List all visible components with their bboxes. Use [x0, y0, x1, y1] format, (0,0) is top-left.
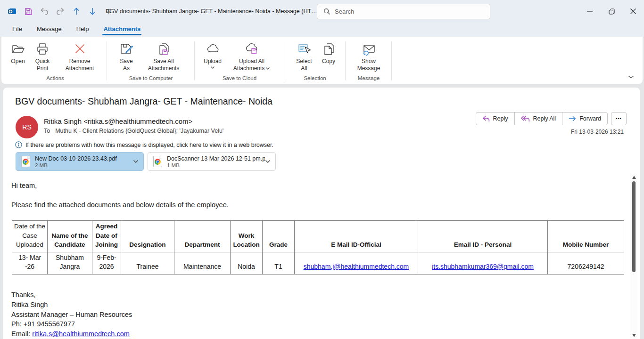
col-grade: Grade — [263, 221, 295, 252]
show-message-button[interactable]: Show Message — [350, 40, 387, 73]
attachment-chip[interactable]: New Doc 03-10-2026 23.43.pdf 2 MB — [16, 152, 144, 171]
table-header-row: Date of the Case Uploaded Name of the Ca… — [12, 221, 624, 252]
open-label: Open — [11, 58, 25, 65]
reply-button-group: Reply Reply All Forward — [476, 112, 608, 125]
cell-email-official: shubham.j@healthiummedtech.com — [295, 252, 418, 274]
attachment-name: New Doc 03-10-2026 23.43.pdf — [35, 155, 133, 162]
ribbon: Open Quick Print Remove Attachment Actio… — [1, 37, 643, 84]
show-message-icon — [361, 41, 376, 56]
upload-button[interactable]: Upload — [200, 40, 225, 70]
cell-designation: Trainee — [121, 252, 174, 274]
col-candidate-name: Name of the Candidate — [48, 221, 92, 252]
forward-icon — [569, 115, 576, 122]
upload-all-attachments-button[interactable]: Upload All Attachments — [225, 40, 279, 73]
ribbon-tabs: File Message Help Attachments — [0, 23, 644, 37]
info-bar[interactable]: If there are problems with how this mess… — [15, 141, 273, 148]
group-label-save-to-cloud: Save to Cloud — [195, 75, 284, 81]
tab-file[interactable]: File — [11, 23, 23, 36]
more-actions-label: ••• — [616, 116, 621, 121]
ribbon-group-save-to-cloud: Upload Upload All Attachments Save to Cl… — [195, 40, 284, 84]
scrollbar-thumb[interactable] — [632, 181, 636, 272]
redo-icon[interactable] — [56, 7, 65, 16]
cell-grade: T1 — [263, 252, 295, 274]
move-up-icon[interactable] — [72, 7, 81, 16]
cell-joining-date: 9-Feb-2026 — [92, 252, 121, 274]
personal-email-link[interactable]: its.shubhamkumar369@gmail.com — [432, 263, 534, 270]
tab-message[interactable]: Message — [36, 23, 63, 36]
ribbon-group-message: Show Message Message — [346, 40, 392, 84]
recipients-line: To Muthu K - Client Relations {GoldQuest… — [44, 128, 223, 134]
reply-label: Reply — [493, 115, 508, 122]
chevron-down-icon[interactable] — [265, 160, 271, 163]
upload-all-attachments-label: Upload All Attachments — [233, 58, 265, 72]
col-work-location: Work Location — [231, 221, 263, 252]
chevron-down-icon — [265, 67, 270, 70]
title-bar: BGV documents- Shubham Jangra- GET - Mai… — [0, 0, 644, 23]
save-as-button[interactable]: Save As — [114, 40, 139, 73]
restore-button[interactable] — [601, 0, 622, 23]
search-placeholder: Search — [335, 8, 354, 15]
attachment-list: New Doc 03-10-2026 23.43.pdf 2 MB DocSca… — [16, 152, 276, 171]
attachment-chip[interactable]: DocScanner 13 Mar 2026 12-51 pm.pdf 1 MB — [148, 152, 276, 171]
save-icon[interactable] — [24, 7, 33, 16]
search-input[interactable]: Search — [317, 4, 490, 19]
scroll-up-icon[interactable] — [632, 174, 636, 180]
official-email-link[interactable]: shubham.j@healthiummedtech.com — [304, 263, 409, 270]
group-label-selection: Selection — [284, 75, 346, 81]
tab-attachments[interactable]: Attachments — [102, 23, 141, 36]
collapse-ribbon-icon[interactable] — [628, 75, 634, 79]
save-all-attachments-button[interactable]: Save All Attachments — [139, 40, 188, 73]
save-all-attachments-icon — [156, 41, 171, 56]
search-icon — [323, 8, 330, 15]
pdf-chrome-icon — [21, 156, 30, 167]
cell-mobile-number: 7206249142 — [548, 252, 624, 274]
minimize-button[interactable] — [579, 0, 601, 23]
chevron-down-icon[interactable] — [133, 160, 139, 163]
sender-avatar[interactable]: RS — [16, 116, 38, 138]
tab-help[interactable]: Help — [75, 23, 90, 36]
open-button[interactable]: Open — [7, 40, 29, 66]
save-as-icon — [119, 41, 134, 56]
undo-icon[interactable] — [40, 7, 49, 16]
body-greeting: Hi team, — [11, 182, 37, 189]
select-all-button[interactable]: Select All — [290, 40, 318, 73]
remove-attachment-button[interactable]: Remove Attachment — [56, 40, 103, 73]
upload-label: Upload — [204, 58, 222, 65]
recipients[interactable]: Muthu K - Client Relations {GoldQuest Gl… — [55, 128, 223, 134]
copy-button[interactable]: Copy — [318, 40, 339, 66]
employee-details-table: Date of the Case Uploaded Name of the Ca… — [12, 220, 624, 274]
signature-block: Thanks, Ritika Singh Assistant Manager –… — [11, 290, 132, 339]
open-folder-icon — [10, 41, 25, 56]
attachment-name: DocScanner 13 Mar 2026 12-51 pm.pdf — [167, 155, 265, 162]
vertical-scrollbar[interactable] — [630, 174, 637, 338]
ribbon-group-actions: Open Quick Print Remove Attachment Actio… — [3, 40, 107, 84]
col-email-personal: Email ID - Personal — [418, 221, 548, 252]
forward-button[interactable]: Forward — [562, 113, 607, 125]
sender-name-email[interactable]: Ritika Singh <ritika.s@healthiummedtech.… — [44, 117, 192, 125]
cell-email-personal: its.shubhamkumar369@gmail.com — [418, 252, 548, 274]
scroll-down-icon[interactable] — [632, 332, 636, 338]
forward-label: Forward — [579, 115, 601, 122]
col-designation: Designation — [121, 221, 174, 252]
window-controls — [579, 0, 644, 23]
col-joining-date: Agreed Date of Joining — [92, 221, 121, 252]
more-actions-button[interactable]: ••• — [611, 112, 627, 125]
attachment-meta: DocScanner 13 Mar 2026 12-51 pm.pdf 1 MB — [167, 155, 265, 168]
reply-all-label: Reply All — [533, 115, 556, 122]
signature-name: Ritika Singh — [11, 300, 132, 310]
scrollbar-track[interactable] — [630, 180, 637, 332]
col-email-official: E Mail ID-Official — [295, 221, 418, 252]
remove-attachment-label: Remove Attachment — [66, 58, 94, 72]
signature-email-link[interactable]: ritika.s@healthiummedtech.com — [32, 330, 130, 338]
info-bar-text: If there are problems with how this mess… — [25, 142, 273, 148]
copy-label: Copy — [322, 58, 335, 65]
move-down-icon[interactable] — [88, 7, 97, 16]
quick-print-button[interactable]: Quick Print — [29, 40, 56, 73]
reply-all-button[interactable]: Reply All — [515, 113, 563, 125]
close-button[interactable] — [622, 0, 644, 23]
chevron-down-icon — [210, 66, 215, 69]
reply-all-icon — [521, 115, 530, 122]
reply-button[interactable]: Reply — [476, 113, 515, 125]
select-all-label: Select All — [296, 58, 312, 72]
remove-x-icon — [72, 41, 87, 56]
